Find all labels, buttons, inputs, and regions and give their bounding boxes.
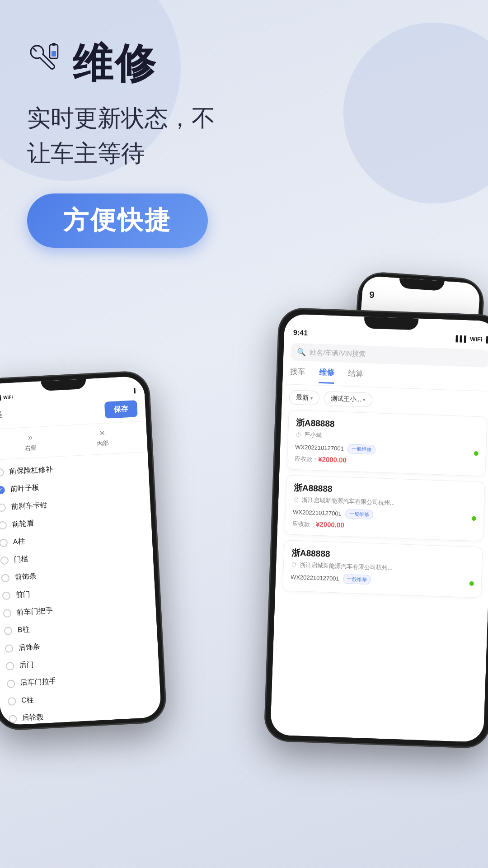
radio-unchecked-icon bbox=[4, 627, 13, 635]
translate-label: 译 bbox=[0, 410, 2, 422]
order-number: WX202210127001 bbox=[293, 509, 342, 517]
part-name: B柱 bbox=[17, 625, 30, 635]
status-dot bbox=[472, 516, 476, 520]
phone-left: ▌▌▌ WiFi ▐ 译 保存 » 右侧 ✕ bbox=[0, 370, 167, 731]
phones-container: 9 人 全 ▌▌▌ WiFi ▐ bbox=[0, 275, 488, 868]
part-name: 前保险杠修补 bbox=[9, 465, 53, 476]
orders-list: 浙A88888 ⏱ 严小斌 WX202210127001 一般维修 应收款：¥2… bbox=[275, 410, 488, 598]
tab-结算[interactable]: 结算 bbox=[347, 368, 363, 385]
signal-bars-icon: ▌▌▌ bbox=[455, 335, 468, 342]
filter-button[interactable]: 最新▾ bbox=[289, 390, 319, 406]
order-number: WX202210127001 bbox=[295, 443, 344, 452]
part-name: A柱 bbox=[13, 537, 25, 547]
tab-维修[interactable]: 维修 bbox=[319, 367, 334, 384]
hero-subtitle: 实时更新状态，不 让车主等待 bbox=[27, 100, 461, 171]
status-icons: ▌▌▌ WiFi ▐ bbox=[455, 335, 488, 343]
order-number: WX202210127001 bbox=[291, 574, 339, 582]
order-tag: 一般维修 bbox=[345, 509, 373, 519]
right-screen-content: 9:41 ▌▌▌ WiFi ▐ 🔍 姓名/车辆/VIN搜索 接车维修结算 bbox=[270, 314, 488, 742]
left-screen: ▌▌▌ WiFi ▐ 译 保存 » 右侧 ✕ bbox=[0, 376, 162, 726]
direction-right[interactable]: » 右侧 bbox=[0, 431, 67, 454]
battery-icon: ▐ bbox=[484, 336, 488, 343]
radio-unchecked-icon bbox=[0, 538, 8, 547]
radio-unchecked-icon bbox=[7, 679, 15, 688]
tr-time: 9 bbox=[369, 289, 473, 307]
order-tag: 一般维修 bbox=[343, 574, 371, 585]
part-name: 前轮眉 bbox=[12, 519, 34, 529]
tab-接车[interactable]: 接车 bbox=[290, 366, 305, 383]
chevron-down-icon: ▾ bbox=[363, 397, 365, 402]
parts-list: 前保险杠修补✓前叶子板前刹车卡钳前轮眉A柱门槛前饰条前门前车门把手B柱后饰条后门… bbox=[0, 452, 162, 726]
user-icon: ⏱ bbox=[291, 561, 297, 568]
search-placeholder: 姓名/车辆/VIN搜索 bbox=[310, 348, 366, 359]
radio-unchecked-icon bbox=[2, 591, 11, 600]
order-card[interactable]: 浙A88888 ⏱ 浙江启城新能源汽车有限公司杭州... WX202210127… bbox=[282, 540, 483, 598]
part-name: 前叶子板 bbox=[10, 483, 39, 494]
hero-title-row: 维修 bbox=[27, 36, 461, 91]
part-name: C柱 bbox=[21, 695, 34, 705]
search-bar[interactable]: 🔍 姓名/车辆/VIN搜索 bbox=[291, 343, 488, 368]
part-name: 前门 bbox=[15, 590, 30, 600]
radio-unchecked-icon bbox=[0, 503, 6, 512]
status-dot bbox=[474, 451, 479, 455]
hero-button[interactable]: 方便快捷 bbox=[27, 193, 208, 248]
hero-title: 维修 bbox=[72, 36, 157, 91]
direction-inner[interactable]: ✕ 内部 bbox=[66, 427, 139, 450]
filter-label: 最新 bbox=[296, 393, 309, 402]
chevron-down-icon: ▾ bbox=[310, 396, 313, 401]
tool-icon bbox=[27, 42, 63, 85]
user-icon: ⏱ bbox=[296, 431, 302, 438]
radio-unchecked-icon bbox=[1, 574, 9, 582]
radio-unchecked-icon bbox=[3, 609, 12, 618]
radio-unchecked-icon bbox=[0, 556, 9, 565]
status-time: 9:41 bbox=[293, 329, 308, 337]
radio-unchecked-icon bbox=[5, 644, 14, 653]
part-name: 后门 bbox=[19, 660, 34, 670]
filter-label: 测试王小... bbox=[331, 395, 361, 404]
right-screen: 9:41 ▌▌▌ WiFi ▐ 🔍 姓名/车辆/VIN搜索 接车维修结算 bbox=[270, 314, 488, 742]
save-button[interactable]: 保存 bbox=[104, 400, 138, 419]
part-name: 后轮毂 bbox=[22, 712, 44, 723]
battery-icon: ▐ bbox=[132, 388, 136, 393]
radio-unchecked-icon bbox=[0, 521, 7, 529]
part-name: 门槛 bbox=[14, 554, 28, 565]
order-info-row: WX202210127001 一般维修 bbox=[291, 572, 474, 588]
left-screen-content: ▌▌▌ WiFi ▐ 译 保存 » 右侧 ✕ bbox=[0, 376, 162, 726]
user-icon: ⏱ bbox=[293, 496, 300, 503]
part-name: 前饰条 bbox=[14, 571, 37, 582]
part-name: 后车门拉手 bbox=[20, 676, 57, 688]
hero-section: 维修 实时更新状态，不 让车主等待 方便快捷 bbox=[0, 0, 488, 266]
part-name: 后饰条 bbox=[19, 642, 41, 652]
radio-unchecked-icon bbox=[0, 468, 4, 476]
signal-icon: ▌▌▌ WiFi bbox=[0, 394, 13, 400]
radio-checked-icon: ✓ bbox=[0, 486, 5, 494]
order-card[interactable]: 浙A88888 ⏱ 严小斌 WX202210127001 一般维修 应收款：¥2… bbox=[286, 410, 487, 476]
part-name: 前车门把手 bbox=[16, 606, 53, 617]
svg-rect-2 bbox=[52, 51, 56, 57]
order-tag: 一般维修 bbox=[347, 444, 375, 454]
search-icon: 🔍 bbox=[297, 348, 306, 357]
radio-unchecked-icon bbox=[8, 697, 16, 705]
filter-button[interactable]: 测试王小...▾ bbox=[324, 391, 372, 407]
radio-unchecked-icon bbox=[6, 662, 14, 670]
order-card[interactable]: 浙A88888 ⏱ 浙江启城新能源汽车有限公司杭州... WX202210127… bbox=[284, 475, 485, 541]
part-name: 前刹车卡钳 bbox=[11, 500, 47, 512]
radio-unchecked-icon bbox=[9, 714, 17, 723]
wifi-icon: WiFi bbox=[470, 335, 483, 343]
phone-right: 9:41 ▌▌▌ WiFi ▐ 🔍 姓名/车辆/VIN搜索 接车维修结算 bbox=[263, 307, 488, 749]
status-dot bbox=[469, 581, 474, 585]
